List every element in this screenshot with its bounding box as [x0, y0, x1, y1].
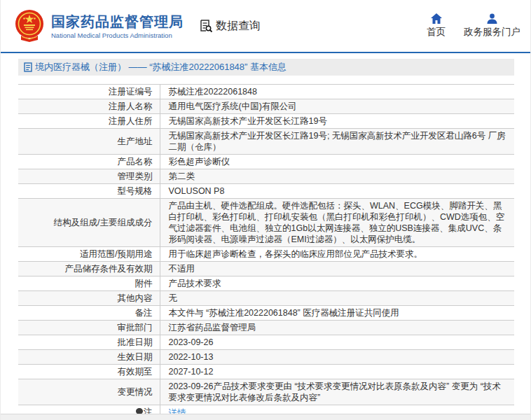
row-label-cell: 结构及组成/主要组成成分	[18, 199, 160, 247]
row-label: 注册人住所	[109, 116, 153, 126]
table-row: 产品名称 彩色超声诊断仪	[18, 155, 514, 169]
table-row: 附件 产品技术要求	[18, 276, 514, 291]
row-label: 变更情况	[118, 387, 153, 397]
portal-label: 政务服务门户	[464, 26, 520, 38]
table-row: 注册人名称 通用电气医疗系统(中国)有限公司	[18, 99, 514, 114]
row-label-cell: 注册证编号	[18, 85, 160, 99]
row-label: 产品名称	[118, 157, 153, 167]
row-label: 管理类别	[118, 172, 153, 181]
header-right-nav: 首页 政务服务门户	[427, 13, 520, 38]
site-header: 国家药品监督管理局 National Medical Products Admi…	[1, 0, 530, 53]
row-label: 生效日期	[118, 352, 153, 362]
breadcrumb: 境内医疗器械（注册） —— “苏械注准20222061848” 基本信息	[18, 59, 514, 76]
data-query-icon	[199, 19, 213, 33]
row-label-cell: 批准日期	[18, 335, 160, 350]
brand: 国家药品监督管理局 National Medical Products Admi…	[15, 9, 184, 43]
row-value: 无	[160, 291, 514, 306]
table-row: 型号规格 VOLUSON P8	[18, 184, 514, 199]
portal-nav[interactable]: 政务服务门户	[464, 13, 520, 38]
row-label: 审批部门	[118, 323, 153, 332]
home-label: 首页	[427, 26, 446, 38]
row-label-cell: 有效期至	[18, 365, 160, 379]
row-label: 结构及组成/主要组成成分	[54, 218, 153, 227]
brand-text: 国家药品监督管理局 National Medical Products Admi…	[51, 13, 184, 39]
row-value: 2027-10-12	[160, 365, 514, 379]
table-row: 产品储存条件及有效期 不适用	[18, 262, 514, 276]
table-row: 注册证编号 苏械注准20222061848	[18, 85, 514, 99]
row-label-cell: 注册人住所	[18, 114, 160, 129]
breadcrumb-text: 境内医疗器械（注册） —— “苏械注准20222061848” 基本信息	[35, 61, 287, 74]
org-name-zh: 国家药品监督管理局	[51, 13, 184, 30]
row-label: 其他内容	[118, 293, 153, 303]
row-label-cell: 管理类别	[18, 169, 160, 184]
document-icon	[24, 62, 32, 72]
org-name-en: National Medical Products Administration	[51, 31, 184, 39]
row-label-cell: 产品名称	[18, 155, 160, 169]
table-row: 其他内容 无	[18, 291, 514, 306]
row-label: 备注	[135, 308, 153, 318]
row-value: 江苏省药品监督管理局	[160, 321, 514, 335]
footer-strip	[1, 414, 530, 420]
row-value: 通用电气医疗系统(中国)有限公司	[160, 99, 514, 114]
row-value: 无锡国家高新技术产业开发区长江路19号	[160, 114, 514, 129]
content: 境内医疗器械（注册） —— “苏械注准20222061848” 基本信息 注册证…	[1, 53, 530, 420]
row-label: 注册证编号	[109, 87, 153, 97]
table-row: 适用范围/预期用途 用于临床超声诊断检查，各探头的临床应用部位见产品技术要求。	[18, 247, 514, 262]
row-label-cell: 其他内容	[18, 291, 160, 306]
row-label: 批准日期	[118, 337, 153, 347]
row-label-cell: 备注	[18, 306, 160, 321]
row-value: 彩色超声诊断仪	[160, 155, 514, 169]
row-label: 产品储存条件及有效期	[65, 264, 153, 274]
home-icon	[431, 13, 442, 24]
national-emblem-logo	[15, 9, 44, 43]
table-row: 生产地址 无锡国家高新技术产业开发区长江路19号; 无锡国家高新技术产业开发区君…	[18, 129, 514, 155]
row-label: 附件	[135, 279, 153, 288]
row-value: VOLUSON P8	[160, 184, 514, 199]
data-query-label: 数据查询	[216, 19, 261, 34]
row-label-cell: 审批部门	[18, 321, 160, 335]
row-label: 适用范围/预期用途	[80, 249, 152, 259]
user-icon	[487, 13, 497, 24]
row-label-cell: 注册人名称	[18, 99, 160, 114]
row-label: 注册人名称	[109, 102, 153, 111]
row-value: 2023-09-26产品技术要求变更由 “技术要求变更情况对比表原条款及内容” …	[160, 379, 514, 405]
row-value: 用于临床超声诊断检查，各探头的临床应用部位见产品技术要求。	[160, 247, 514, 262]
row-value: 2022-10-13	[160, 350, 514, 365]
row-value: 第二类	[160, 169, 514, 184]
row-label-cell: 附件	[18, 276, 160, 291]
row-value: 无锡国家高新技术产业开发区长江路19号; 无锡国家高新技术产业开发区君山路6号 …	[160, 129, 514, 155]
registration-info-table: 注册证编号 苏械注准20222061848 注册人名称 通用电气医疗系统(中国)…	[18, 84, 514, 420]
table-row: 有效期至 2027-10-12	[18, 365, 514, 379]
row-label-cell: 变更情况	[18, 379, 160, 405]
row-value: 2023-09-26	[160, 335, 514, 350]
row-value: 产品由主机、硬件选配组成。硬件选配包括：探头、WLAN、ECG模块、脚踏开关、黑…	[160, 199, 514, 247]
row-label-cell: 适用范围/预期用途	[18, 247, 160, 262]
table-row: 审批部门 江苏省药品监督管理局	[18, 321, 514, 335]
row-label: 生产地址	[118, 136, 153, 146]
row-label: 型号规格	[118, 186, 153, 196]
table-row: 结构及组成/主要组成成分 产品由主机、硬件选配组成。硬件选配包括：探头、WLAN…	[18, 199, 514, 247]
table-row: 管理类别 第二类	[18, 169, 514, 184]
row-value: 苏械注准20222061848	[160, 85, 514, 99]
row-label: 有效期至	[118, 367, 153, 377]
row-value: 不适用	[160, 262, 514, 276]
table-row: 批准日期 2023-09-26	[18, 335, 514, 350]
table-row: 备注 本文件与 “苏械注准20222061848” 医疗器械注册证共同使用	[18, 306, 514, 321]
table-row: 变更情况 2023-09-26产品技术要求变更由 “技术要求变更情况对比表原条款…	[18, 379, 514, 405]
row-value: 本文件与 “苏械注准20222061848” 医疗器械注册证共同使用	[160, 306, 514, 321]
table-row: 注册人住所 无锡国家高新技术产业开发区长江路19号	[18, 114, 514, 129]
row-label-cell: 型号规格	[18, 184, 160, 199]
data-query-nav[interactable]: 数据查询	[199, 19, 261, 34]
row-label-cell: 生效日期	[18, 350, 160, 365]
row-label-cell: 产品储存条件及有效期	[18, 262, 160, 276]
page: 国家药品监督管理局 National Medical Products Admi…	[0, 0, 531, 420]
info-table-body: 注册证编号 苏械注准20222061848 注册人名称 通用电气医疗系统(中国)…	[18, 85, 514, 420]
home-nav[interactable]: 首页	[427, 13, 446, 38]
row-value: 产品技术要求	[160, 276, 514, 291]
table-row: 生效日期 2022-10-13	[18, 350, 514, 365]
row-label-cell: 生产地址	[18, 129, 160, 155]
